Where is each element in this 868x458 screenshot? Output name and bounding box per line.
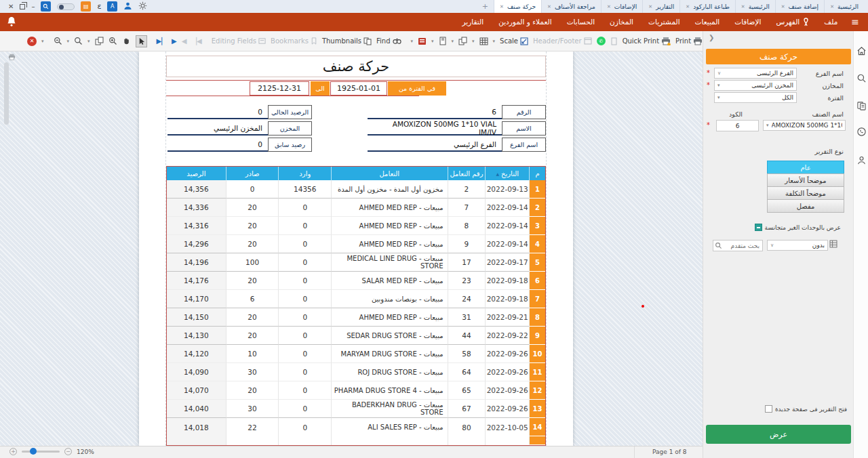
branch-select[interactable]: الفرع الرئيسى∨ (714, 68, 797, 79)
whatsapp-share-icon[interactable]: ✆ (597, 37, 606, 45)
multi-page-icon[interactable] (95, 37, 104, 45)
table-row[interactable]: 52022-09-1717مبيعات - MEDICAL LINE DRUG … (167, 253, 545, 272)
whatsapp-icon[interactable] (856, 127, 867, 138)
tab-close-icon[interactable]: ✕ (741, 4, 745, 9)
collapse-panel-icon[interactable]: ❯ (709, 34, 714, 41)
tab-item[interactable]: الرئيسية✕ (824, 0, 864, 13)
tab-close-icon[interactable]: ✕ (781, 4, 785, 9)
first-page-icon[interactable]: ▕◀ (191, 37, 201, 45)
column-header[interactable]: التاريخ▲ (485, 167, 529, 180)
prev-page-icon[interactable]: ◀ (182, 37, 187, 45)
document-icon[interactable] (610, 37, 618, 45)
zoom-slider-thumb[interactable] (30, 448, 37, 455)
units-checkbox[interactable] (755, 224, 762, 231)
report-type-option[interactable]: موضحاً التكلفة (767, 186, 844, 200)
grid-dropdown-icon[interactable]: ▾ (472, 39, 475, 44)
tab-item[interactable]: إضافة صنف✕ (775, 0, 824, 13)
table-row[interactable]: 142022-10-0580مبيعات - ALI SALES REP0221… (167, 418, 545, 436)
report-type-option[interactable]: موضحاً الأسعار (767, 173, 844, 187)
user-icon[interactable] (123, 1, 132, 12)
menu-item[interactable]: التقارير (455, 13, 492, 31)
export-document-icon[interactable] (418, 37, 427, 45)
table-row[interactable]: 132022-09-2667مبيعات - BADERKHAN DRUG ST… (167, 400, 545, 418)
zoom-out-icon[interactable] (54, 37, 62, 45)
table-row[interactable]: 62022-09-1823مبيعات - SALAR MED REP02014… (167, 272, 545, 290)
without-select[interactable]: بدون∨ (767, 240, 828, 251)
column-header[interactable]: التعامل (331, 167, 447, 180)
table-row[interactable]: 42022-09-149مبيعات - AHMED MED REP02014,… (167, 235, 545, 253)
scale-dropdown-icon[interactable]: ▾ (493, 39, 496, 44)
minimize-window-icon[interactable]: – (31, 0, 35, 13)
menu-item[interactable]: الحسابات (559, 13, 602, 31)
menu-item[interactable]: العملاء و الموردين (491, 13, 559, 31)
menu-item[interactable]: ملف (816, 13, 845, 31)
bookmarks-button[interactable]: Bookmarks (271, 37, 317, 45)
stores-select[interactable]: المخزن الرئيسى▾ (714, 80, 797, 91)
tab-item[interactable]: الإضافات✕ (601, 0, 642, 13)
zoom-in-status-icon[interactable]: + (9, 448, 17, 455)
tab-close-icon[interactable]: ✕ (830, 4, 834, 9)
table-row[interactable]: 22022-09-147مبيعات - AHMED MED REP02014,… (167, 199, 545, 217)
find-button[interactable]: Find (376, 37, 401, 45)
zoom-out-status-icon[interactable]: − (64, 448, 72, 455)
pointer-tool-icon[interactable] (136, 35, 147, 47)
open-new-page-checkbox[interactable] (765, 405, 772, 413)
tab-close-icon[interactable]: ✕ (607, 4, 611, 9)
user-profile-icon[interactable] (856, 155, 867, 167)
menu-item[interactable]: المشتريات (641, 13, 688, 31)
new-tab-button[interactable]: + (477, 0, 494, 13)
tab-item[interactable]: حركة صنف✕ (494, 0, 541, 13)
menu-item[interactable]: المخازن (602, 13, 641, 31)
column-header[interactable]: رقم التعامل (448, 167, 486, 180)
translate-icon[interactable]: A (107, 1, 117, 12)
table-row[interactable]: 112022-09-2664مبيعات - ROJ DRUG STORE030… (167, 363, 545, 381)
play-page-icon[interactable]: ▶ (172, 37, 177, 45)
notifications-bell-icon[interactable] (7, 16, 16, 28)
header-footer-button[interactable]: Header/Footer (533, 37, 592, 45)
stop-refresh-button[interactable]: ✕ (27, 37, 37, 46)
units-checkbox-row[interactable]: عرض بالوحدات الغير متجانسة (755, 224, 841, 231)
grid-options-icon[interactable] (829, 240, 837, 248)
copies-dropdown-icon[interactable]: ▾ (452, 39, 454, 44)
table-row[interactable]: 102022-09-2658مبيعات - MARYAM DRUG STORE… (167, 345, 545, 363)
scale-button[interactable]: Scale (500, 37, 528, 45)
open-new-page-row[interactable]: فتح التقرير فى صفحة جديدة (711, 405, 847, 413)
menu-item[interactable]: الفهرس (768, 13, 816, 31)
tab-item[interactable]: مراجعة الأصناف✕ (541, 0, 601, 13)
tab-item[interactable]: التقارير✕ (642, 0, 679, 13)
orientation-dropdown-icon[interactable]: ▾ (431, 39, 434, 44)
editing-fields-button[interactable]: Editing Fields (212, 37, 266, 45)
viewer-scrollbar[interactable] (4, 62, 9, 125)
zoom-tool-icon[interactable] (74, 37, 83, 45)
hand-tool-icon[interactable] (122, 37, 131, 45)
tab-close-icon[interactable]: ✕ (686, 4, 690, 9)
restore-window-icon[interactable] (20, 4, 25, 9)
tab-item[interactable]: طباعة الباركود✕ (679, 0, 735, 13)
quick-print-button[interactable]: Quick Print (623, 37, 671, 45)
search-icon[interactable] (856, 73, 867, 85)
next-page-icon[interactable]: ▶▏ (157, 37, 167, 45)
thumbnails-button[interactable]: Thumbnails (322, 37, 372, 45)
column-header[interactable]: م (529, 167, 545, 180)
column-header[interactable]: صادر (226, 167, 279, 180)
menu-item[interactable]: المبيعات (688, 13, 728, 31)
close-window-icon[interactable]: ✕ (8, 0, 14, 13)
table-row[interactable]: 122022-09-2665مبيعات - PHARMA DRUG STORE… (167, 381, 545, 400)
period-select[interactable]: الكل▾ (714, 92, 797, 103)
mini-printer-icon[interactable] (8, 54, 16, 62)
table-row[interactable]: 82022-09-2131مبيعات - AHMED MED REP02014… (167, 308, 545, 327)
zoom-dropdown-icon[interactable]: ▾ (67, 39, 70, 44)
table-row[interactable]: 72022-09-1824مبيعات - بونصات مندوبين0614… (167, 290, 545, 308)
zoom-slider[interactable] (22, 451, 60, 453)
report-type-option[interactable]: مفصل (767, 199, 844, 213)
orange-app-icon[interactable]: ▤ (81, 1, 91, 12)
column-header[interactable]: وارد (278, 167, 331, 180)
tab-close-icon[interactable]: ✕ (500, 4, 504, 9)
settings-gear-icon[interactable] (138, 1, 147, 12)
toggle-switch[interactable] (57, 3, 75, 10)
tab-close-icon[interactable]: ✕ (648, 4, 652, 9)
page-margins-icon[interactable] (439, 37, 447, 45)
show-report-button[interactable]: عرض (706, 425, 851, 444)
tab-close-icon[interactable]: ✕ (547, 4, 551, 9)
search-app-icon[interactable] (41, 1, 51, 12)
